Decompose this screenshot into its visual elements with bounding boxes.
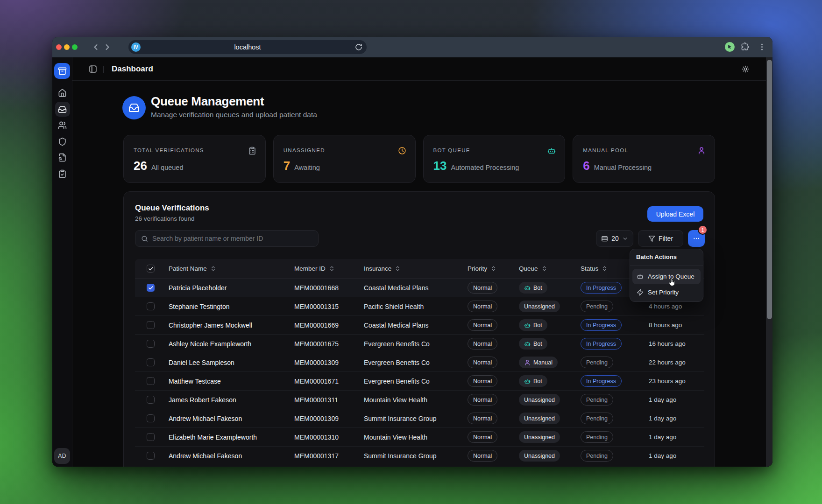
panel-left-icon[interactable]	[89, 65, 97, 73]
sidebar-item-patients[interactable]	[55, 118, 70, 133]
stat-sublabel: Automated Processing	[451, 164, 519, 171]
cell-queue: Unassigned	[519, 447, 560, 465]
stat-value: 7	[283, 159, 290, 173]
column-header-patient[interactable]: Patient Name	[169, 259, 216, 278]
cell-member-id: MEM00001309	[294, 409, 339, 427]
page-scrollbar-track[interactable]	[766, 57, 772, 467]
table-row[interactable]: Christopher James Mockwell MEM00001669 C…	[135, 316, 704, 335]
window-close-button[interactable]	[56, 44, 62, 50]
address-bar[interactable]: IV localhost	[128, 40, 367, 54]
sidebar-item-documents[interactable]	[55, 150, 70, 165]
priority-badge: Normal	[468, 394, 497, 406]
cell-insurance: Mountain View Health	[364, 428, 427, 446]
cell-insurance: Evergreen Benefits Co	[364, 353, 430, 371]
sun-theme-toggle-icon[interactable]	[742, 65, 749, 73]
user-avatar[interactable]: AD	[54, 448, 70, 464]
column-header-queue[interactable]: Queue	[519, 259, 547, 278]
row-checkbox[interactable]	[147, 302, 155, 310]
page-size-select[interactable]: 20	[596, 230, 633, 247]
window-maximize-button[interactable]	[72, 44, 78, 50]
bot-icon	[524, 378, 531, 385]
status-badge: Pending	[581, 450, 613, 462]
cell-priority: Normal	[468, 447, 497, 465]
browser-back-icon[interactable]	[91, 42, 100, 52]
cell-updated: 1 day ago	[649, 428, 676, 446]
cell-priority: Normal	[468, 353, 497, 371]
cell-insurance: Coastal Medical Plans	[364, 279, 429, 297]
sidebar-item-home[interactable]	[55, 86, 70, 101]
sidebar-item-tasks[interactable]	[55, 166, 70, 181]
priority-badge: Normal	[468, 375, 497, 387]
cell-patient-name: Daniel Lee Sampleson	[169, 353, 234, 371]
row-checkbox[interactable]	[147, 452, 155, 460]
row-checkbox[interactable]	[147, 396, 155, 404]
cell-updated: 1 day ago	[649, 447, 676, 465]
table-row[interactable]: Elizabeth Marie Exampleworth MEM00001310…	[135, 428, 704, 447]
cell-queue: Unassigned	[519, 297, 560, 315]
table-row[interactable]: Ashley Nicole Exampleworth MEM00001675 E…	[135, 335, 704, 353]
status-badge: Pending	[581, 394, 613, 406]
priority-badge: Normal	[468, 301, 497, 312]
table-row[interactable]: Patricia Placeholder MEM00001668 Coastal…	[135, 279, 704, 297]
row-checkbox[interactable]	[147, 284, 155, 292]
bot-icon	[524, 341, 531, 347]
row-checkbox[interactable]	[147, 433, 155, 441]
priority-badge: Normal	[468, 282, 497, 294]
cell-queue: Bot	[519, 335, 547, 353]
dashboard-content: Queue Management Manage verification que…	[72, 81, 772, 467]
stat-card: TOTAL VERIFICATIONS26All queued	[123, 135, 266, 183]
row-checkbox[interactable]	[147, 358, 155, 366]
row-checkbox[interactable]	[147, 377, 155, 385]
search-icon	[141, 235, 148, 242]
reload-icon[interactable]	[355, 43, 362, 51]
zap-icon	[637, 289, 644, 296]
sidebar-item-queues[interactable]	[55, 102, 70, 117]
window-minimize-button[interactable]	[64, 44, 70, 50]
sort-chevrons-icon	[329, 266, 335, 272]
table-row[interactable]: Andrew Michael Fakeson MEM00001317 Summi…	[135, 447, 704, 465]
browser-menu-icon[interactable]	[758, 42, 766, 51]
cell-patient-name: Elizabeth Marie Exampleworth	[169, 428, 257, 446]
row-checkbox[interactable]	[147, 321, 155, 329]
browser-profile-avatar[interactable]	[725, 42, 735, 52]
status-badge: Pending	[581, 357, 613, 368]
cell-insurance: Summit Insurance Group	[364, 409, 437, 427]
column-header-prio[interactable]: Priority	[468, 259, 496, 278]
column-header-status[interactable]: Status	[581, 259, 608, 278]
page-scrollbar-thumb[interactable]	[767, 60, 772, 319]
status-badge: Pending	[581, 431, 613, 443]
search-input[interactable]: Search by patient name or member ID	[135, 230, 319, 247]
stat-label: TOTAL VERIFICATIONS	[134, 147, 204, 153]
sort-chevrons-icon	[395, 266, 401, 272]
select-all-checkbox[interactable]	[147, 265, 155, 273]
table-row[interactable]: James Robert Fakeson MEM00001311 Mountai…	[135, 391, 704, 409]
bot-icon	[524, 285, 531, 291]
upload-excel-button[interactable]: Upload Excel	[647, 206, 703, 222]
status-badge: In Progress	[581, 338, 622, 350]
table-row[interactable]: Andrew Michael Fakeson MEM00001309 Summi…	[135, 409, 704, 428]
table-row[interactable]: Stephanie Testington MEM00001315 Pacific…	[135, 297, 704, 316]
clock-icon	[398, 147, 406, 155]
filter-button[interactable]: Filter	[638, 230, 683, 247]
inbox-icon	[58, 105, 67, 114]
queue-badge: Unassigned	[519, 450, 560, 462]
column-header-insur[interactable]: Insurance	[364, 259, 401, 278]
home-icon	[58, 89, 67, 98]
cell-queue: Bot	[519, 279, 547, 297]
cell-updated: 16 hours ago	[649, 335, 686, 353]
row-checkbox[interactable]	[147, 340, 155, 348]
cell-member-id: MEM00001310	[294, 428, 339, 446]
row-checkbox[interactable]	[147, 414, 155, 422]
browser-forward-icon[interactable]	[103, 42, 112, 52]
sidebar-item-security[interactable]	[55, 134, 70, 149]
app-logo[interactable]	[54, 63, 70, 79]
cell-member-id: MEM00001315	[294, 297, 339, 315]
cell-status: In Progress	[581, 335, 622, 353]
extensions-puzzle-icon[interactable]	[741, 42, 750, 51]
table-row[interactable]: Matthew Testcase MEM00001671 Evergreen B…	[135, 372, 704, 391]
cell-updated: 23 hours ago	[649, 372, 686, 390]
column-header-member[interactable]: Member ID	[294, 259, 335, 278]
table-row[interactable]: Daniel Lee Sampleson MEM00001309 Evergre…	[135, 353, 704, 372]
cell-priority: Normal	[468, 372, 497, 390]
status-badge: In Progress	[581, 282, 622, 294]
